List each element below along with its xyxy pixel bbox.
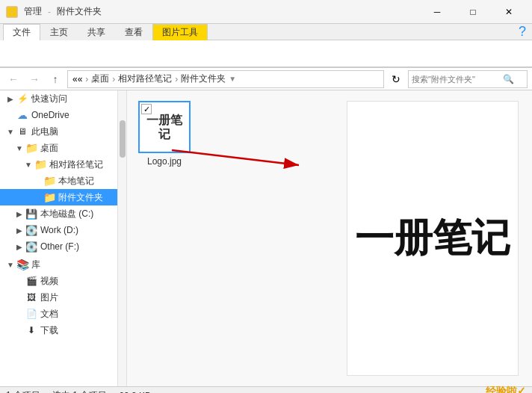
- expand-image: [15, 293, 24, 302]
- sidebar-item-desktop[interactable]: ▼ 📁 桌面: [0, 140, 118, 156]
- expand-video: [15, 276, 24, 285]
- file-item-logo[interactable]: ✓ 一册笔记 Logo.jpg: [134, 98, 194, 379]
- file-thumb-text: 一册笔记: [140, 110, 189, 144]
- expand-local-disk: ▶: [15, 209, 24, 218]
- sidebar-item-video[interactable]: 🎬 视频: [0, 273, 118, 289]
- address-bar: ← → ↑ «« › 桌面 › 相对路径笔记 › 附件文件夹 ▼ ↻ 🔍: [0, 68, 532, 90]
- path-dropdown-arrow[interactable]: ▼: [229, 75, 236, 83]
- other-drive-icon: 💽: [25, 241, 37, 253]
- ribbon-tabs: 文件 主页 共享 查看 图片工具 ?: [0, 24, 532, 40]
- download-label: 下载: [40, 324, 58, 337]
- relative-notes-folder-icon: 📁: [34, 158, 46, 170]
- nav-forward-button[interactable]: →: [25, 70, 43, 88]
- sidebar-item-relative-notes[interactable]: ▼ 📁 相对路径笔记: [0, 156, 118, 173]
- video-icon: 🎬: [25, 275, 37, 287]
- work-label: Work (D:): [40, 225, 78, 235]
- maximize-button[interactable]: □: [456, 0, 490, 24]
- quickaccess-label: 快速访问: [31, 93, 67, 105]
- expand-onedrive: [6, 111, 15, 120]
- expand-library: ▼: [6, 260, 15, 269]
- minimize-button[interactable]: ─: [420, 0, 454, 24]
- sidebar-scrollbar-thumb: [120, 120, 126, 158]
- path-breadcrumb-icon: ««: [72, 74, 82, 84]
- sidebar-scrollbar[interactable]: [117, 90, 126, 386]
- nav-up-button[interactable]: ↑: [46, 70, 64, 88]
- help-button[interactable]: ?: [513, 24, 532, 40]
- sidebar-item-attachment-folder[interactable]: 📁 附件文件夹: [0, 189, 118, 205]
- status-bar: 1 个项目 选中 1 个项目 62.2 KB 经验啦✓ jingyanla.co…: [0, 386, 532, 393]
- sidebar-item-work[interactable]: ▶ 💽 Work (D:): [0, 222, 118, 238]
- attachment-folder-icon: 📁: [43, 191, 55, 203]
- library-icon: 📚: [16, 259, 28, 270]
- expand-desktop: ▼: [15, 143, 24, 152]
- sidebar-item-document[interactable]: 📄 文档: [0, 306, 118, 322]
- tab-picture-tools[interactable]: 图片工具: [152, 24, 208, 40]
- preview-text: 一册笔记: [355, 212, 510, 264]
- sidebar-item-local-disk[interactable]: ▶ 💾 本地磁盘 (C:): [0, 205, 118, 222]
- expand-thispc: ▼: [6, 127, 15, 136]
- content-area: ✓ 一册笔记 Logo.jpg 一册笔记: [127, 90, 532, 386]
- download-icon: ⬇: [25, 324, 37, 336]
- sidebar-item-other[interactable]: ▶ 💽 Other (F:): [0, 238, 118, 255]
- desktop-folder-icon: 📁: [25, 142, 37, 154]
- expand-other: ▶: [15, 242, 24, 251]
- image-label: 图片: [40, 291, 58, 304]
- expand-local-notes: [33, 176, 42, 185]
- title-manage: 管理: [24, 5, 42, 18]
- status-size: 62.2 KB: [119, 391, 151, 394]
- file-thumbnail: ✓ 一册笔记: [138, 101, 191, 153]
- main-layout: ▶ ⚡ 快速访问 ☁ OneDrive ▼ 🖥 此电脑 ▼ 📁 桌面: [0, 90, 532, 386]
- title-bar-controls: ─ □ ✕: [420, 0, 526, 24]
- sidebar-item-download[interactable]: ⬇ 下载: [0, 322, 118, 338]
- tab-view[interactable]: 查看: [115, 24, 152, 40]
- sidebar-item-onedrive[interactable]: ☁ OneDrive: [0, 107, 118, 123]
- search-input[interactable]: [412, 75, 501, 84]
- thispc-icon: 🖥: [16, 126, 28, 137]
- file-view: ✓ 一册笔记 Logo.jpg 一册笔记: [127, 90, 532, 386]
- close-button[interactable]: ✕: [492, 0, 526, 24]
- quickaccess-icon: ⚡: [16, 93, 28, 105]
- local-disk-label: 本地磁盘 (C:): [40, 208, 93, 220]
- search-box: 🔍: [408, 70, 528, 88]
- title-bar: 管理 - 附件文件夹 ─ □ ✕: [0, 0, 532, 24]
- ribbon-spacer: [6, 49, 8, 58]
- local-notes-folder-icon: 📁: [43, 175, 55, 187]
- status-total: 1 个项目: [6, 389, 40, 393]
- sidebar-item-quickaccess[interactable]: ▶ ⚡ 快速访问: [0, 90, 118, 107]
- nav-back-button[interactable]: ←: [4, 70, 22, 88]
- sidebar-item-library[interactable]: ▼ 📚 库: [0, 256, 118, 273]
- tab-file[interactable]: 文件: [3, 24, 40, 40]
- local-notes-label: 本地笔记: [58, 175, 94, 188]
- video-label: 视频: [40, 275, 58, 288]
- relative-notes-label: 相对路径笔记: [49, 158, 103, 171]
- file-view-spacer: [202, 98, 336, 379]
- file-name: Logo.jpg: [147, 156, 182, 167]
- status-selected: 选中 1 个项目: [52, 389, 107, 393]
- ribbon: 文件 主页 共享 查看 图片工具 ?: [0, 24, 532, 68]
- expand-relative-notes: ▼: [24, 160, 33, 169]
- path-part-desktop[interactable]: 桌面: [91, 72, 109, 85]
- document-label: 文档: [40, 308, 58, 321]
- title-bar-left: 管理 - 附件文件夹: [6, 5, 102, 18]
- other-label: Other (F:): [40, 241, 79, 252]
- sidebar-item-local-notes[interactable]: 📁 本地笔记: [0, 173, 118, 189]
- onedrive-icon: ☁: [16, 109, 28, 121]
- tab-share[interactable]: 共享: [78, 24, 115, 40]
- library-label: 库: [31, 259, 40, 271]
- file-checkbox[interactable]: ✓: [141, 104, 152, 114]
- attachment-folder-label: 附件文件夹: [58, 191, 103, 204]
- expand-quickaccess: ▶: [6, 94, 15, 103]
- sidebar-item-thispc[interactable]: ▼ 🖥 此电脑: [0, 123, 118, 140]
- path-part-notes[interactable]: 相对路径笔记: [118, 72, 172, 85]
- expand-download: [15, 326, 24, 335]
- address-path[interactable]: «« › 桌面 › 相对路径笔记 › 附件文件夹 ▼: [67, 70, 384, 88]
- refresh-button[interactable]: ↻: [387, 70, 405, 88]
- expand-document: [15, 309, 24, 318]
- path-part-folder[interactable]: 附件文件夹: [181, 72, 226, 85]
- sidebar-item-image[interactable]: 🖼 图片: [0, 289, 118, 306]
- search-icon[interactable]: 🔍: [503, 74, 514, 84]
- tab-home[interactable]: 主页: [40, 24, 78, 40]
- onedrive-label: OneDrive: [31, 110, 69, 120]
- sidebar: ▶ ⚡ 快速访问 ☁ OneDrive ▼ 🖥 此电脑 ▼ 📁 桌面: [0, 90, 127, 386]
- window-icon: [6, 6, 18, 18]
